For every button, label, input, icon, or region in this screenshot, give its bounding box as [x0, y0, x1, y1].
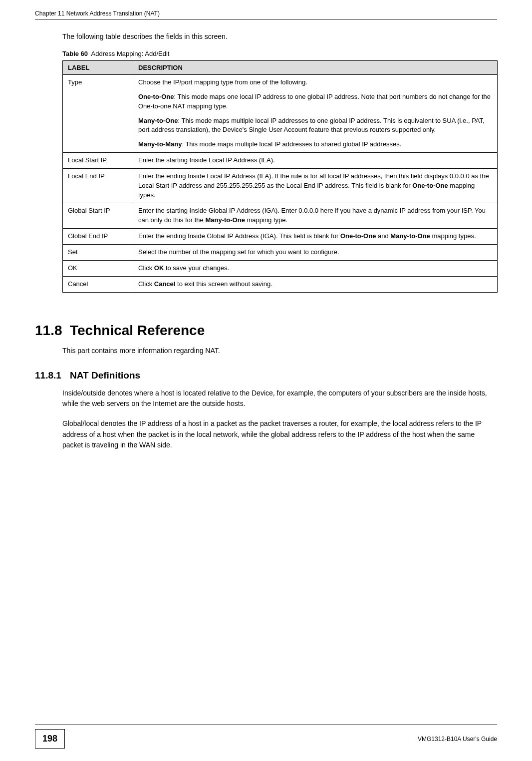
row-label: Cancel	[63, 276, 133, 292]
bold-term: Many-to-One	[205, 216, 245, 224]
row-label: Set	[63, 244, 133, 260]
row-description: Enter the starting Inside Local IP Addre…	[133, 153, 498, 169]
table-row: TypeChoose the IP/port mapping type from…	[63, 75, 498, 153]
intro-text: The following table describes the fields…	[62, 31, 497, 42]
guide-label: VMG1312-B10A User's Guide	[418, 736, 497, 743]
desc-line: Enter the starting Inside Global IP Addr…	[138, 206, 492, 225]
bold-term: Many-to-Many	[138, 140, 182, 148]
body-paragraph: Global/local denotes the IP address of a…	[62, 418, 497, 451]
subsection-title: NAT Definitions	[70, 370, 140, 380]
table-number: Table 60	[62, 50, 88, 57]
address-mapping-table: LABEL DESCRIPTION TypeChoose the IP/port…	[62, 60, 498, 293]
desc-line: Click Cancel to exit this screen without…	[138, 280, 492, 289]
bold-term: OK	[154, 264, 164, 272]
desc-line: Enter the ending Inside Local IP Address…	[138, 172, 492, 200]
page-footer: 198 VMG1312-B10A User's Guide	[35, 722, 497, 749]
desc-line: Many-to-One: This mode maps multiple loc…	[138, 116, 492, 135]
subsection-number: 11.8.1	[35, 370, 70, 381]
desc-line: Enter the ending Inside Global IP Addres…	[138, 232, 492, 241]
table-row: OKClick OK to save your changes.	[63, 260, 498, 276]
table-header-row: LABEL DESCRIPTION	[63, 61, 498, 75]
table-caption: Table 60 Address Mapping: Add/Edit	[62, 50, 497, 57]
row-label: Local Start IP	[63, 153, 133, 169]
row-label: OK	[63, 260, 133, 276]
section-heading: 11.8Technical Reference	[35, 323, 497, 339]
bold-term: One-to-One	[138, 93, 174, 100]
running-header: Chapter 11 Network Address Translation (…	[35, 10, 497, 17]
desc-line: Many-to-Many: This mode maps multiple lo…	[138, 140, 492, 149]
section-intro: This part contains more information rega…	[62, 346, 497, 356]
section-title: Technical Reference	[70, 323, 205, 338]
table-title: Address Mapping: Add/Edit	[91, 50, 170, 57]
row-label: Global Start IP	[63, 203, 133, 229]
row-description: Click OK to save your changes.	[133, 260, 498, 276]
table-row: SetSelect the number of the mapping set …	[63, 244, 498, 260]
row-description: Enter the starting Inside Global IP Addr…	[133, 203, 498, 229]
row-description: Select the number of the mapping set for…	[133, 244, 498, 260]
table-row: Local Start IPEnter the starting Inside …	[63, 153, 498, 169]
row-label: Type	[63, 75, 133, 153]
footer-row: 198 VMG1312-B10A User's Guide	[35, 729, 497, 749]
bold-term: One-to-One	[340, 232, 376, 240]
page-number-box: 198	[35, 729, 65, 749]
col-description: DESCRIPTION	[133, 61, 498, 75]
bold-term: One-to-One	[412, 182, 448, 189]
bold-term: Cancel	[154, 280, 176, 288]
desc-line: Choose the IP/port mapping type from one…	[138, 78, 492, 87]
bold-term: Many-to-One	[390, 232, 430, 240]
table-row: Global End IPEnter the ending Inside Glo…	[63, 229, 498, 245]
row-description: Choose the IP/port mapping type from one…	[133, 75, 498, 153]
row-description: Enter the ending Inside Local IP Address…	[133, 168, 498, 203]
col-label: LABEL	[63, 61, 133, 75]
body-paragraph: Inside/outside denotes where a host is l…	[62, 388, 497, 409]
desc-line: Click OK to save your changes.	[138, 264, 492, 273]
row-label: Global End IP	[63, 229, 133, 245]
subsection-heading: 11.8.1NAT Definitions	[35, 370, 497, 381]
desc-line: One-to-One: This mode maps one local IP …	[138, 92, 492, 111]
table-body: TypeChoose the IP/port mapping type from…	[63, 75, 498, 293]
table-row: CancelClick Cancel to exit this screen w…	[63, 276, 498, 292]
desc-line: Enter the starting Inside Local IP Addre…	[138, 156, 492, 165]
section-number: 11.8	[35, 323, 70, 339]
header-rule	[35, 19, 497, 19]
bold-term: Many-to-One	[138, 117, 178, 124]
footer-rule	[35, 725, 497, 725]
desc-line: Select the number of the mapping set for…	[138, 248, 492, 257]
table-row: Local End IPEnter the ending Inside Loca…	[63, 168, 498, 203]
chapter-label: Chapter 11 Network Address Translation (…	[35, 10, 160, 17]
row-label: Local End IP	[63, 168, 133, 203]
table-row: Global Start IPEnter the starting Inside…	[63, 203, 498, 229]
page-container: Chapter 11 Network Address Translation (…	[0, 0, 532, 761]
row-description: Enter the ending Inside Global IP Addres…	[133, 229, 498, 245]
row-description: Click Cancel to exit this screen without…	[133, 276, 498, 292]
